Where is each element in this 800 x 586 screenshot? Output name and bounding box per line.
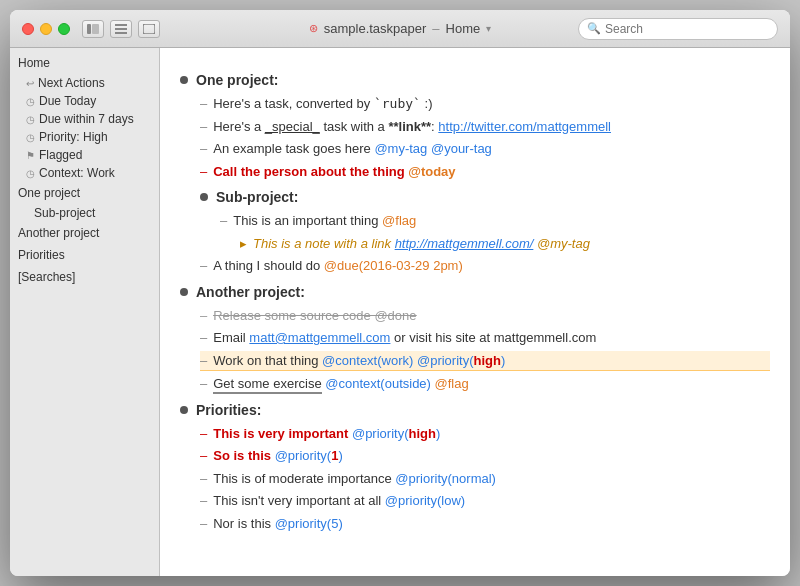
task-text: This is very important @priority(high) [213, 424, 770, 444]
sidebar-next-actions-label: Next Actions [38, 76, 105, 90]
content-area: One project: – Here's a task, converted … [160, 48, 790, 576]
task-text: This is a note with a link http://mattge… [253, 234, 770, 254]
sidebar-home-label[interactable]: Home [10, 52, 159, 74]
task-dash: – [200, 117, 207, 137]
sidebar-item-priority-high[interactable]: ◷ Priority: High [10, 128, 159, 146]
sidebar-item-due-7days[interactable]: ◷ Due within 7 days [10, 110, 159, 128]
task-dash: – [200, 94, 207, 114]
sidebar-searches[interactable]: [Searches] [10, 266, 159, 288]
sidebar-due-today-label: Due Today [39, 94, 96, 108]
sidebar-context-work-label: Context: Work [39, 166, 115, 180]
file-icon: ⊛ [309, 22, 318, 35]
task-item-done: – Release some source code @done [200, 306, 770, 326]
task-item-very-important: – This is very important @priority(high) [200, 424, 770, 444]
window-title: sample.taskpaper [324, 21, 427, 36]
sidebar-item-context-work[interactable]: ◷ Context: Work [10, 164, 159, 182]
task-text: Here's a _special_ task with a **link**:… [213, 117, 770, 137]
svg-rect-0 [87, 24, 91, 34]
task-item: – This is an important thing @flag [220, 211, 770, 231]
task-item-work: – Work on that thing @context(work) @pri… [200, 351, 770, 372]
due-7days-icon: ◷ [26, 114, 35, 125]
task-item-important: – Call the person about the thing @today [200, 162, 770, 182]
sub-project-heading: Sub-project: [200, 189, 770, 205]
task-text: This is of moderate importance @priority… [213, 469, 770, 489]
one-project-heading: One project: [180, 72, 770, 88]
sidebar-one-project[interactable]: One project [10, 182, 159, 204]
task-text: An example task goes here @my-tag @your-… [213, 139, 770, 159]
priority-5-tag: @priority(5) [275, 516, 343, 531]
sidebar-another-project[interactable]: Another project [10, 222, 159, 244]
traffic-lights [22, 23, 70, 35]
another-project-heading: Another project: [180, 284, 770, 300]
task-dash: – [200, 306, 207, 326]
card-view-button[interactable] [138, 20, 160, 38]
context-outside-tag: @context(outside) [325, 376, 431, 391]
due-tag: @due(2016-03-29 2pm) [324, 258, 463, 273]
sidebar-item-flagged[interactable]: ⚑ Flagged [10, 146, 159, 164]
context-work-icon: ◷ [26, 168, 35, 179]
priority-high-tag-2: @priority(high) [352, 426, 440, 441]
task-item: – Here's a _special_ task with a **link*… [200, 117, 770, 137]
priority-high-icon: ◷ [26, 132, 35, 143]
task-dash: – [200, 446, 207, 466]
app-window: ⊛ sample.taskpaper – Home ▾ 🔍 Home ↩ Nex… [10, 10, 790, 576]
task-text: Release some source code @done [213, 306, 770, 326]
priority-normal-tag: @priority(normal) [395, 471, 496, 486]
close-button[interactable] [22, 23, 34, 35]
task-item-partial: – Nor is this @priority(5) [200, 514, 770, 534]
priorities-heading: Priorities: [180, 402, 770, 418]
task-text: So is this @priority(1) [213, 446, 770, 466]
your-tag: @your-tag [431, 141, 492, 156]
task-dash: – [200, 424, 207, 444]
list-view-button[interactable] [110, 20, 132, 38]
task-item-not-important: – This isn't very important at all @prio… [200, 491, 770, 511]
title-separator: – [432, 21, 439, 36]
my-tag: @my-tag [374, 141, 427, 156]
sidebar-due-7days-label: Due within 7 days [39, 112, 134, 126]
search-icon: 🔍 [587, 22, 601, 35]
main-content: Home ↩ Next Actions ◷ Due Today ◷ Due wi… [10, 48, 790, 576]
context-work-tag: @context(work) [322, 353, 413, 368]
task-dash: – [200, 491, 207, 511]
task-item-moderate: – This is of moderate importance @priori… [200, 469, 770, 489]
task-item: – An example task goes here @my-tag @you… [200, 139, 770, 159]
priority-high-tag: @priority(high) [417, 353, 505, 368]
priority-1-tag: @priority(1) [275, 448, 343, 463]
twitter-link[interactable]: http://twitter.com/mattgemmell [438, 119, 611, 134]
sidebar: Home ↩ Next Actions ◷ Due Today ◷ Due wi… [10, 48, 160, 576]
sidebar-priorities[interactable]: Priorities [10, 244, 159, 266]
sidebar-sub-project[interactable]: Sub-project [10, 204, 159, 222]
sidebar-item-next-actions[interactable]: ↩ Next Actions [10, 74, 159, 92]
maximize-button[interactable] [58, 23, 70, 35]
titlebar: ⊛ sample.taskpaper – Home ▾ 🔍 [10, 10, 790, 48]
sidebar-toggle-button[interactable] [82, 20, 104, 38]
due-today-icon: ◷ [26, 96, 35, 107]
task-dash: – [200, 374, 207, 394]
search-bar[interactable]: 🔍 [578, 18, 778, 40]
sidebar-item-due-today[interactable]: ◷ Due Today [10, 92, 159, 110]
task-text: Get some exercise @context(outside) @fla… [213, 374, 770, 394]
task-dash: – [200, 162, 207, 182]
task-dash: – [200, 351, 207, 371]
task-item: – Email matt@mattgemmell.com or visit hi… [200, 328, 770, 348]
mattgemmell-link[interactable]: http://mattgemmell.com/ [395, 236, 534, 251]
task-text: Work on that thing @context(work) @prior… [213, 351, 770, 371]
svg-rect-2 [115, 24, 127, 26]
chevron-icon: ▾ [486, 23, 491, 34]
email-link[interactable]: matt@mattgemmell.com [249, 330, 390, 345]
svg-rect-5 [143, 24, 155, 34]
task-text: This is an important thing @flag [233, 211, 770, 231]
titlebar-controls [82, 20, 160, 38]
task-text: Here's a task, converted by `ruby` :) [213, 94, 770, 114]
svg-rect-4 [115, 32, 127, 34]
task-item: – Here's a task, converted by `ruby` :) [200, 94, 770, 114]
task-dash: – [200, 139, 207, 159]
search-input[interactable] [605, 22, 769, 36]
task-item-so-is-this: – So is this @priority(1) [200, 446, 770, 466]
task-dash: – [200, 328, 207, 348]
minimize-button[interactable] [40, 23, 52, 35]
my-tag-note: @my-tag [537, 236, 590, 251]
task-text: Nor is this @priority(5) [213, 514, 770, 534]
task-item: – A thing I should do @due(2016-03-29 2p… [200, 256, 770, 276]
task-dash: – [220, 211, 227, 231]
